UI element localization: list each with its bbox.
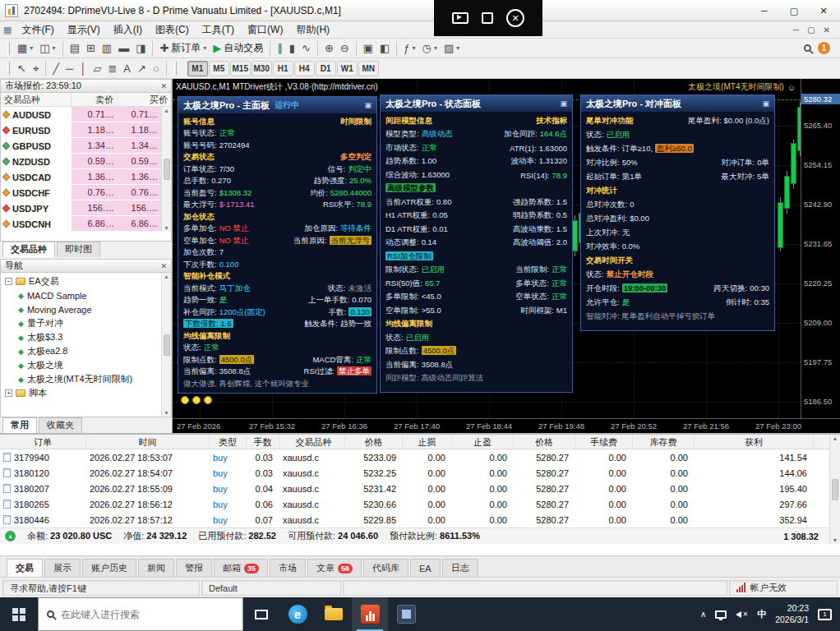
nav-item-5[interactable]: ◆太极ea2.8: [1, 344, 171, 358]
market-watch-row-usdjpy[interactable]: USDJPY156.…156.…: [1, 200, 171, 216]
timeframe-d1[interactable]: D1: [316, 61, 336, 76]
menu-insert[interactable]: 插入(I): [107, 21, 149, 39]
cursor-button[interactable]: ↖: [14, 60, 30, 77]
data-window-toggle[interactable]: ⊞: [83, 39, 99, 57]
taskbar-app-misc[interactable]: [388, 597, 424, 631]
profiles-button[interactable]: ◫▾: [36, 39, 58, 57]
text-button[interactable]: A: [120, 60, 134, 77]
terminal-tab-4[interactable]: 警报: [176, 559, 212, 577]
mw-column-1[interactable]: 卖价: [72, 93, 118, 106]
market-watch-row-nzdusd[interactable]: NZDUSD0.59…0.59…: [1, 154, 171, 169]
mdi-restore-button[interactable]: ▢: [807, 25, 815, 35]
mdi-close-button[interactable]: ✕: [824, 25, 830, 35]
orders-column-10[interactable]: 库存费: [633, 435, 695, 449]
trendline-button[interactable]: ╱: [49, 60, 62, 77]
order-row[interactable]: 31801202026.02.27 18:54:07buy0.03xauusd.…: [0, 465, 840, 481]
orders-column-0[interactable]: 订单: [0, 435, 86, 449]
navigator-toggle[interactable]: ▥: [99, 39, 115, 57]
line-chart-button[interactable]: ∿: [298, 39, 314, 57]
autotrading-button[interactable]: ▶自动交易: [210, 39, 266, 57]
horizontal-line-button[interactable]: ─: [62, 60, 76, 77]
crosshair-button[interactable]: ⌖: [30, 60, 42, 77]
market-watch-close-icon[interactable]: ✕: [160, 82, 167, 90]
navigator-scrollbar[interactable]: ▲▼: [161, 273, 171, 417]
overlay-close-button[interactable]: ✕: [506, 9, 524, 27]
zoom-in-button[interactable]: ⊕: [321, 39, 337, 57]
bar-chart-button[interactable]: ∥: [274, 39, 286, 57]
candle-chart-button[interactable]: ▮: [286, 39, 298, 57]
new-chart-button[interactable]: ▦▾: [14, 39, 36, 57]
market-watch-scrollbar[interactable]: ▲▼: [161, 107, 171, 232]
mw-column-0[interactable]: 交易品种: [1, 93, 72, 106]
navigator-close-icon[interactable]: ✕: [160, 262, 167, 270]
strategy-tester-toggle[interactable]: ◨: [132, 39, 149, 57]
terminal-tab-10[interactable]: 日志: [442, 559, 478, 577]
orders-column-4[interactable]: 交易品种: [279, 435, 345, 449]
terminal-tab-9[interactable]: EA: [410, 559, 441, 577]
timeframe-w1[interactable]: W1: [337, 61, 358, 76]
cast-icon[interactable]: [452, 12, 468, 24]
taskbar-app-explorer[interactable]: [316, 597, 352, 631]
hedge-panel-titlebar[interactable]: 太极之境Pro - 对冲面板▣: [581, 95, 774, 112]
indicators-button[interactable]: ƒ▾: [400, 39, 418, 57]
connection-status[interactable]: 帐户无效: [729, 580, 838, 596]
timeframe-h1[interactable]: H1: [273, 61, 293, 76]
timeframe-m1[interactable]: M1: [187, 61, 208, 76]
menu-tools[interactable]: 工具(T): [196, 21, 241, 39]
orders-column-11[interactable]: 获利: [695, 435, 814, 449]
taskbar-clock[interactable]: 20:23 2026/3/1: [775, 603, 809, 625]
order-row[interactable]: 31802652026.02.27 18:56:12buy0.06xauusd.…: [0, 496, 840, 512]
orders-column-8[interactable]: 价格: [514, 435, 575, 449]
terminal-tab-0[interactable]: 交易: [7, 559, 43, 577]
terminal-tab-5[interactable]: 邮箱35: [214, 559, 268, 577]
auto-arrange-button[interactable]: ◧: [376, 39, 393, 57]
order-row[interactable]: 31804462026.02.27 18:57:12buy0.07xauusd.…: [0, 512, 840, 527]
orders-column-3[interactable]: 手数: [247, 435, 279, 449]
new-order-button[interactable]: ✚新订单▾: [156, 39, 210, 57]
status-panel-titlebar[interactable]: 太极之境Pro - 状态面板▣: [381, 95, 572, 112]
timeframe-mn[interactable]: MN: [358, 61, 379, 76]
terminal-tab-8[interactable]: 代码库: [363, 559, 408, 577]
minimize-button[interactable]: ─: [750, 0, 779, 21]
nav-item-3[interactable]: ◆量子对冲: [1, 316, 171, 330]
main-panel-titlebar[interactable]: 太极之境Pro - 主面板运行中▣: [178, 97, 376, 113]
timeframe-m15[interactable]: M15: [230, 61, 251, 76]
terminal-tab-3[interactable]: 新闻: [138, 559, 174, 577]
market-watch-row-usdcnh[interactable]: USDCNH6.86…6.86…: [1, 216, 171, 232]
nav-item-0[interactable]: −EA交易: [1, 274, 171, 288]
restore-button[interactable]: ▢: [779, 0, 809, 21]
terminal-tab-6[interactable]: 市场: [270, 559, 306, 577]
navigator-tab-1[interactable]: 收藏夹: [39, 417, 82, 433]
nav-item-4[interactable]: ◆太极$3.3: [1, 330, 171, 344]
search-icon[interactable]: [804, 44, 811, 52]
nav-item-2[interactable]: ◆Moving Average: [1, 302, 171, 316]
shapes-button[interactable]: ○: [150, 60, 163, 77]
orders-column-6[interactable]: 止损: [403, 435, 452, 449]
menu-help[interactable]: 帮助(H): [289, 21, 336, 39]
orders-column-1[interactable]: 时间: [86, 435, 210, 449]
timeframe-m5[interactable]: M5: [209, 61, 229, 76]
taskbar-app-mt4[interactable]: [352, 597, 388, 631]
timeframe-h4[interactable]: H4: [294, 61, 315, 76]
templates-button[interactable]: ▨▾: [441, 39, 463, 57]
channel-button[interactable]: ▱: [90, 60, 104, 77]
nav-item-8[interactable]: +脚本: [1, 386, 171, 400]
navigator-tab-0[interactable]: 常用: [2, 417, 37, 433]
market-watch-row-gbpusd[interactable]: GBPUSD1.34…1.34…: [1, 138, 171, 154]
periods-button[interactable]: ◷▾: [419, 39, 441, 57]
ime-indicator[interactable]: 中: [757, 608, 766, 620]
price-chart[interactable]: XAUUSD.c,M1 MTDriver统计 ,V3.08·(http://mt…: [173, 79, 801, 418]
market-watch-row-audusd[interactable]: AUDUSD0.71…0.71…: [1, 107, 171, 122]
fibonacci-button[interactable]: ≣: [104, 60, 120, 77]
network-icon[interactable]: [715, 610, 727, 619]
market-watch-row-usdcad[interactable]: USDCAD1.36…1.36…: [1, 169, 171, 185]
order-row[interactable]: 31802072026.02.27 18:55:09buy0.04xauusd.…: [0, 481, 840, 496]
market-watch-row-eurusd[interactable]: EURUSD1.18…1.18…: [1, 122, 171, 138]
fullscreen-icon[interactable]: [482, 12, 493, 24]
orders-column-2[interactable]: 类型: [210, 435, 247, 449]
action-center-icon[interactable]: 1: [818, 609, 832, 620]
menu-charts[interactable]: 图表(C): [149, 21, 196, 39]
market-watch-tab-1[interactable]: 即时图: [57, 242, 100, 257]
orders-column-5[interactable]: 价格: [345, 435, 403, 449]
search-input[interactable]: [61, 609, 234, 620]
